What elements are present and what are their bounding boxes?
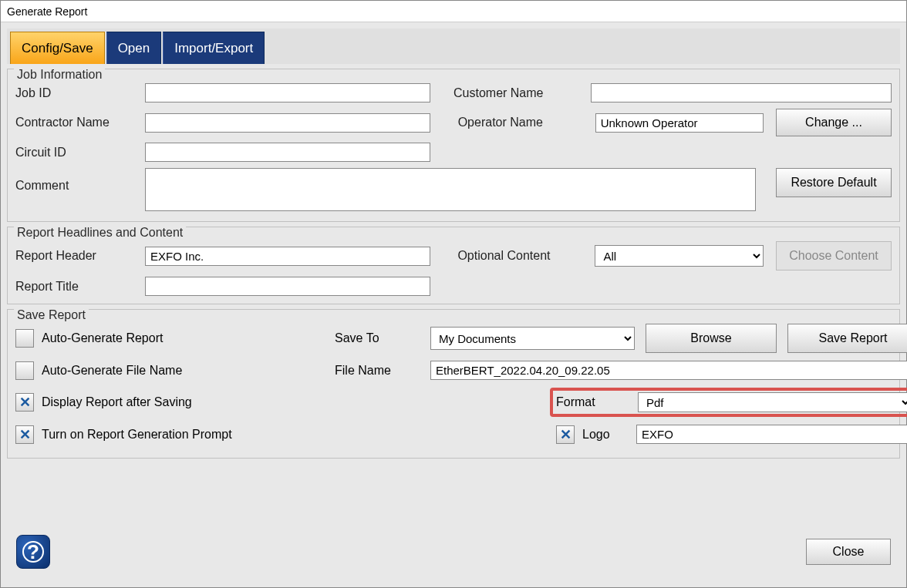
- label-operator-name: Operator Name: [458, 116, 589, 129]
- checkbox-auto-generate-filename[interactable]: [15, 361, 34, 380]
- tab-open[interactable]: Open: [106, 32, 162, 64]
- select-save-to[interactable]: My Documents: [430, 327, 635, 350]
- label-optional-content: Optional Content: [457, 249, 588, 263]
- checkbox-display-after-saving[interactable]: [15, 393, 34, 412]
- group-report-headlines: Report Headlines and Content Report Head…: [7, 227, 900, 304]
- tab-import-export[interactable]: Import/Export: [163, 32, 265, 64]
- save-report-button[interactable]: Save Report: [787, 324, 907, 353]
- checkbox-turn-on-prompt[interactable]: [15, 425, 34, 444]
- window-title: Generate Report: [1, 1, 906, 22]
- label-save-to: Save To: [335, 331, 420, 345]
- tab-config-save[interactable]: Config/Save: [10, 32, 105, 64]
- label-customer-name: Customer Name: [454, 86, 585, 100]
- legend-report-headlines: Report Headlines and Content: [14, 226, 186, 240]
- legend-job-information: Job Information: [14, 68, 105, 82]
- label-file-name: File Name: [335, 364, 420, 378]
- input-customer-name[interactable]: [591, 83, 892, 102]
- label-auto-generate-filename: Auto-Generate File Name: [42, 364, 182, 378]
- group-save-report: Save Report Auto-Generate Report Save To…: [7, 309, 900, 459]
- legend-save-report: Save Report: [14, 308, 89, 322]
- close-button[interactable]: Close: [806, 539, 891, 565]
- label-display-after-saving: Display Report after Saving: [42, 395, 192, 409]
- input-operator-name: [595, 113, 764, 133]
- label-circuit-id: Circuit ID: [15, 146, 139, 160]
- restore-default-button[interactable]: Restore Default: [776, 168, 892, 197]
- label-format: Format: [556, 395, 624, 409]
- label-contractor-name: Contractor Name: [15, 116, 139, 129]
- label-report-header: Report Header: [15, 249, 139, 263]
- label-turn-on-prompt: Turn on Report Generation Prompt: [42, 428, 232, 442]
- textarea-comment[interactable]: [145, 168, 756, 211]
- input-report-title[interactable]: [145, 277, 430, 296]
- input-logo: [636, 425, 907, 444]
- input-job-id[interactable]: [145, 83, 430, 102]
- label-logo: Logo: [582, 428, 629, 442]
- label-report-title: Report Title: [15, 280, 139, 294]
- tabstrip: Config/Save Open Import/Export: [7, 29, 900, 64]
- browse-button[interactable]: Browse: [646, 324, 777, 353]
- label-job-id: Job ID: [15, 86, 139, 100]
- input-contractor-name[interactable]: [145, 113, 430, 133]
- help-button[interactable]: ?: [16, 535, 50, 569]
- input-circuit-id[interactable]: [145, 143, 430, 162]
- change-operator-button[interactable]: Change ...: [776, 109, 892, 136]
- input-file-name[interactable]: [430, 361, 907, 380]
- input-report-header[interactable]: [145, 247, 430, 266]
- highlight-format-row: Format Pdf: [550, 388, 907, 417]
- select-format[interactable]: Pdf: [638, 392, 907, 412]
- label-auto-generate-report: Auto-Generate Report: [42, 331, 163, 345]
- label-comment: Comment: [15, 168, 139, 193]
- bottom-bar: ? Close: [7, 527, 900, 581]
- group-job-information: Job Information Job ID Customer Name Con…: [7, 69, 900, 222]
- choose-content-button: Choose Content: [776, 241, 892, 270]
- checkbox-auto-generate-report[interactable]: [15, 329, 34, 348]
- select-optional-content[interactable]: All: [595, 245, 764, 267]
- help-icon: ?: [22, 541, 44, 563]
- checkbox-logo[interactable]: [556, 425, 575, 444]
